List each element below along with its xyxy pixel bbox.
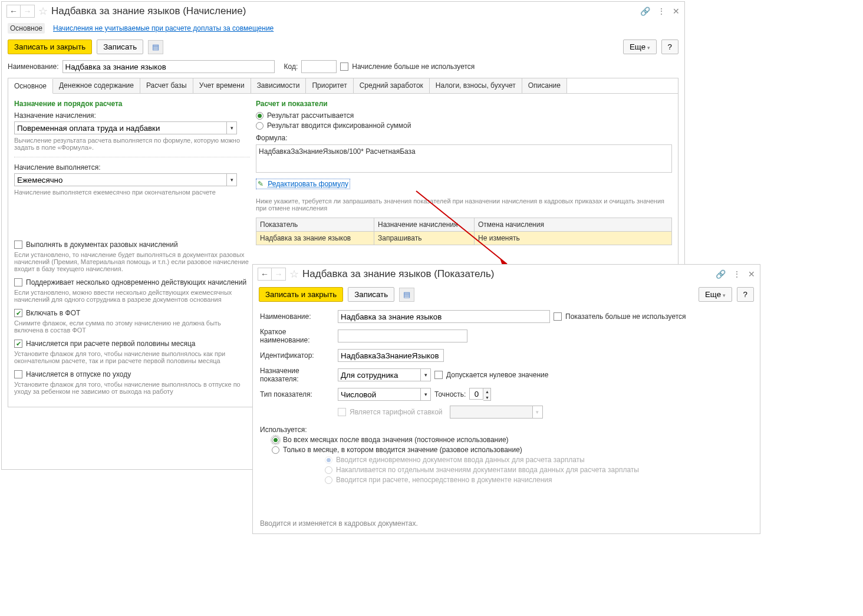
radio-sub-once xyxy=(325,456,332,464)
save-close-button-2[interactable]: Записать и закрыть xyxy=(259,287,343,302)
tariff-checkbox xyxy=(338,408,346,416)
close-icon[interactable]: ✕ xyxy=(673,6,680,16)
exec-select[interactable] xyxy=(14,173,226,186)
name-input-2[interactable] xyxy=(338,310,550,323)
name-input[interactable] xyxy=(62,60,275,73)
precision-up[interactable]: ▲ xyxy=(483,388,490,394)
tab-taxes[interactable]: Налоги, взносы, бухучет xyxy=(430,78,522,93)
nav-back-button-2[interactable]: ← xyxy=(258,268,272,281)
radio-fixed[interactable] xyxy=(256,122,263,130)
edit-formula-link[interactable]: Редактировать формулу xyxy=(268,180,348,188)
tab-main[interactable]: Основное xyxy=(8,79,53,94)
usage-label: Используется: xyxy=(260,426,753,434)
short-label: Краткое наименование: xyxy=(260,328,334,344)
th-indicator: Показатель xyxy=(256,218,374,231)
cb-multi-hint: Если установлено, можно ввести несколько… xyxy=(14,289,250,303)
id-input[interactable] xyxy=(338,349,444,362)
kebab-icon[interactable]: ⋮ xyxy=(657,6,666,16)
cb-onetime[interactable] xyxy=(14,241,22,249)
allow-zero-label: Допускается нулевое значение xyxy=(446,371,548,379)
pencil-icon: ✎ xyxy=(258,180,263,188)
radio-calc-label: Результат рассчитывается xyxy=(267,111,354,120)
save-button[interactable]: Записать xyxy=(97,39,143,54)
titlebar: ← → ☆ Надбавка за знание языков (Начисле… xyxy=(2,2,684,21)
nav-forward-button-2[interactable]: → xyxy=(272,268,286,281)
short-input[interactable] xyxy=(338,330,467,342)
purpose-label-2: Назначение показателя: xyxy=(260,367,334,383)
type-dropdown[interactable]: ▾ xyxy=(420,388,431,401)
radio-usage-once-label: Только в месяце, в котором вводится знач… xyxy=(283,446,522,454)
precision-spinner[interactable]: ▲ ▼ xyxy=(469,388,491,401)
th-assign: Назначение начисления xyxy=(374,218,475,231)
link-icon-2[interactable]: 🔗 xyxy=(716,269,726,279)
more-button[interactable]: Еще xyxy=(623,39,657,54)
favorite-icon[interactable]: ☆ xyxy=(38,5,48,18)
exec-dropdown-button[interactable]: ▾ xyxy=(226,173,237,186)
cb-fot[interactable]: ✔ xyxy=(14,309,22,317)
unused-label-2: Показатель больше не используется xyxy=(565,312,686,321)
unused-label: Начисление больше не используется xyxy=(352,62,475,71)
radio-usage-permanent-label: Во всех месяцах после ввода значения (по… xyxy=(283,436,509,444)
cb-first-half[interactable]: ✔ xyxy=(14,340,22,348)
purpose-dropdown-button[interactable]: ▾ xyxy=(226,121,237,134)
nav-back-button[interactable]: ← xyxy=(6,5,21,18)
precision-input[interactable] xyxy=(469,388,483,400)
tab-base[interactable]: Расчет базы xyxy=(140,78,193,93)
cb-multi-label: Поддерживает несколько одновременно дейс… xyxy=(26,278,246,286)
toolbar-2: Записать и закрыть Записать ▤ Еще ? xyxy=(253,284,760,305)
tab-money[interactable]: Денежное содержание xyxy=(53,78,140,93)
cb-onetime-hint: Если установлено, то начисление будет вы… xyxy=(14,251,250,272)
subnav-main[interactable]: Основное xyxy=(8,23,45,34)
tab-time[interactable]: Учет времени xyxy=(193,78,251,93)
type-label: Тип показателя: xyxy=(260,390,334,398)
cb-vacation-hint: Установите флажок для того, чтобы начисл… xyxy=(14,381,250,395)
purpose-select[interactable] xyxy=(14,121,226,134)
radio-usage-permanent[interactable] xyxy=(272,436,279,444)
tab-priority[interactable]: Приоритет xyxy=(306,78,353,93)
purpose-hint: Вычисление результата расчета выполняетс… xyxy=(14,137,250,151)
nav-forward-button[interactable]: → xyxy=(21,5,35,18)
list-icon-button-2[interactable]: ▤ xyxy=(399,288,414,302)
tab-avg[interactable]: Средний заработок xyxy=(354,78,430,93)
precision-label: Точность: xyxy=(434,390,466,398)
tab-desc[interactable]: Описание xyxy=(522,78,567,93)
purpose-select-2[interactable] xyxy=(338,368,420,381)
save-button-2[interactable]: Записать xyxy=(348,287,394,302)
formula-box[interactable]: НадбавкаЗаЗнаниеЯзыков/100* РасчетнаяБаз… xyxy=(256,144,672,173)
cb-vacation[interactable] xyxy=(14,370,22,378)
list-icon-button[interactable]: ▤ xyxy=(148,40,163,54)
allow-zero-checkbox[interactable] xyxy=(434,371,443,379)
link-icon[interactable]: 🔗 xyxy=(640,6,650,16)
table-row[interactable]: Надбавка за знание языков Запрашивать Не… xyxy=(256,232,671,245)
name-row: Наименование: Код: Начисление больше не … xyxy=(2,58,684,75)
radio-usage-once[interactable] xyxy=(272,446,279,454)
close-icon-2[interactable]: ✕ xyxy=(748,269,755,279)
radio-sub-calc-label: Вводится при расчете, непосредственно в … xyxy=(336,476,552,484)
tabs: Основное Денежное содержание Расчет базы… xyxy=(8,78,678,93)
subnav-link[interactable]: Начисления не учитываемые при расчете до… xyxy=(53,24,274,32)
code-input[interactable] xyxy=(301,60,337,73)
table-hint: Ниже укажите, требуется ли запрашивать з… xyxy=(256,197,672,212)
cb-onetime-label: Выполнять в документах разовых начислени… xyxy=(26,241,178,249)
precision-down[interactable]: ▼ xyxy=(483,394,490,400)
radio-calc[interactable] xyxy=(256,112,263,120)
more-button-2[interactable]: Еще xyxy=(699,287,732,302)
formula-label: Формула: xyxy=(256,134,672,142)
favorite-icon-2[interactable]: ☆ xyxy=(289,268,299,281)
td-cancel: Не изменять xyxy=(475,232,671,245)
unused-checkbox-2[interactable] xyxy=(554,312,562,321)
tariff-dropdown: ▾ xyxy=(532,406,543,419)
save-close-button[interactable]: Записать и закрыть xyxy=(8,39,92,54)
tab-deps[interactable]: Зависимости xyxy=(251,78,307,93)
kebab-icon-2[interactable]: ⋮ xyxy=(733,269,741,279)
code-label: Код: xyxy=(284,62,298,71)
type-select[interactable] xyxy=(338,388,420,401)
help-button[interactable]: ? xyxy=(661,39,678,54)
purpose-dropdown-2[interactable]: ▾ xyxy=(420,368,431,381)
indicator-window: ← → ☆ Надбавка за знание языков (Показат… xyxy=(252,264,760,534)
section-calc: Расчет и показатели xyxy=(256,100,672,108)
cb-multi[interactable] xyxy=(14,278,22,286)
exec-label: Начисление выполняется: xyxy=(14,163,250,172)
help-button-2[interactable]: ? xyxy=(737,287,754,302)
unused-checkbox[interactable] xyxy=(340,62,348,71)
